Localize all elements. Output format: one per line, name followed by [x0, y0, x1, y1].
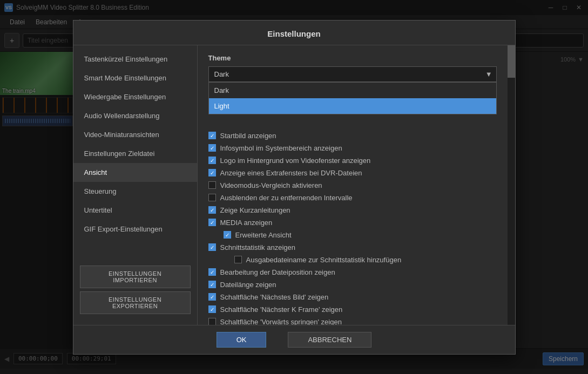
checkbox-row: Videomodus-Vergleich aktivieren [208, 179, 497, 192]
ok-button[interactable]: OK [217, 332, 267, 348]
checkbox-8[interactable] [224, 231, 231, 239]
checkbox-9[interactable] [208, 243, 216, 251]
checkbox-label-14: Schaltfläche 'Nächster K Frame' zeigen [220, 305, 343, 314]
checkbox-5[interactable] [208, 194, 216, 201]
checkbox-4[interactable] [208, 181, 216, 189]
checkbox-row: Infosymbol im Systembereich anzeigen [208, 142, 497, 154]
checkbox-15[interactable] [208, 318, 216, 325]
checkbox-label-8: Erweiterte Ansicht [235, 231, 292, 239]
theme-options-list: Dark Light [208, 82, 497, 114]
checkbox-label-13: Schaltfläche 'Nächstes Bild' zeigen [220, 293, 329, 301]
dialog-content: Theme Dark ▼ Dark Light Startbild anzeig… [198, 45, 508, 325]
sidebar-item-ansicht[interactable]: Ansicht [73, 163, 197, 182]
checkbox-label-4: Videomodus-Vergleich aktivieren [220, 181, 322, 189]
checkbox-label-5: Ausblenden der zu entfernenden Intervall… [220, 194, 353, 202]
dialog-title: Einstellungen [73, 21, 515, 45]
checkbox-row: Schnittstatistik anzeigen [208, 241, 497, 254]
sidebar-item-tastenkurzel[interactable]: Tastenkürzel Einstellungen [73, 50, 197, 69]
sidebar-item-untertitel[interactable]: Untertitel [73, 201, 197, 220]
checkboxes-container: Startbild anzeigenInfosymbol im Systembe… [208, 130, 497, 325]
checkbox-label-9: Schnittstatistik anzeigen [220, 243, 295, 251]
theme-current-value: Dark [214, 70, 229, 78]
checkbox-label-6: Zeige Kurzanleitungen [220, 206, 290, 214]
checkbox-label-11: Bearbeitung der Dateiposition zeigen [220, 268, 335, 276]
cancel-button[interactable]: ABBRECHEN [288, 332, 371, 348]
checkbox-label-12: Dateilänge zeigen [220, 281, 276, 289]
checkbox-row: Schaltfläche 'Vorwärts springen' zeigen [208, 316, 497, 325]
sidebar-item-audio[interactable]: Audio Wellendarstellung [73, 106, 197, 125]
checkbox-label-1: Infosymbol im Systembereich anzeigen [220, 144, 342, 152]
checkbox-0[interactable] [208, 132, 216, 139]
sidebar-item-steuerung[interactable]: Steuerung [73, 182, 197, 201]
checkbox-12[interactable] [208, 281, 216, 288]
checkbox-row: Anzeige eines Extrafensters bei DVR-Date… [208, 167, 497, 179]
sidebar-item-gif-export[interactable]: GIF Export-Einstellungen [73, 220, 197, 239]
checkbox-7[interactable] [208, 219, 216, 226]
theme-option-dark[interactable]: Dark [209, 83, 496, 98]
dialog-body: Tastenkürzel Einstellungen Smart Mode Ei… [73, 45, 515, 325]
theme-label: Theme [208, 54, 497, 62]
checkbox-row: Ausgabedateiname zur Schnittstatistik hi… [208, 254, 497, 266]
sidebar-item-video-miniatur[interactable]: Video-Miniaturansichten [73, 125, 197, 144]
checkbox-row: Zeige Kurzanleitungen [208, 204, 497, 216]
checkbox-row: MEDIA anzeigen [208, 216, 497, 229]
checkbox-row: Ausblenden der zu entfernenden Intervall… [208, 192, 497, 204]
checkbox-1[interactable] [208, 144, 216, 152]
sidebar-item-wiedergabe[interactable]: Wiedergabe Einstellungen [73, 87, 197, 106]
scrollbar-thumb[interactable] [508, 45, 515, 78]
theme-dropdown-wrapper: Dark ▼ Dark Light [208, 66, 497, 82]
checkbox-14[interactable] [208, 305, 216, 313]
checkbox-2[interactable] [208, 157, 216, 164]
export-settings-button[interactable]: EINSTELLUNGEN EXPORTIEREN [80, 291, 191, 314]
checkbox-row: Startbild anzeigen [208, 130, 497, 142]
checkbox-row: Schaltfläche 'Nächstes Bild' zeigen [208, 291, 497, 303]
checkbox-row: Dateilänge zeigen [208, 278, 497, 291]
theme-dropdown[interactable]: Dark [208, 66, 497, 82]
checkbox-13[interactable] [208, 293, 216, 301]
checkbox-10[interactable] [234, 256, 242, 263]
checkbox-label-10: Ausgabedateiname zur Schnittstatistik hi… [246, 256, 402, 264]
checkbox-label-2: Logo im Hintergrund vom Videofenster anz… [220, 157, 371, 165]
checkbox-row: Erweiterte Ansicht [208, 229, 497, 241]
sidebar-item-zieldatei[interactable]: Einstellungen Zieldatei [73, 144, 197, 163]
import-settings-button[interactable]: EINSTELLUNGEN IMPORTIEREN [80, 266, 191, 288]
checkbox-3[interactable] [208, 169, 216, 176]
checkbox-label-15: Schaltfläche 'Vorwärts springen' zeigen [220, 318, 342, 325]
dialog-overlay: Einstellungen Tastenkürzel Einstellungen… [0, 0, 588, 374]
scrollbar[interactable] [508, 45, 515, 325]
checkbox-label-3: Anzeige eines Extrafensters bei DVR-Date… [220, 169, 362, 177]
checkbox-row: Schaltfläche 'Nächster K Frame' zeigen [208, 303, 497, 316]
checkbox-11[interactable] [208, 268, 216, 276]
theme-option-light[interactable]: Light [209, 98, 496, 114]
dialog-footer: OK ABBRECHEN [73, 325, 515, 354]
settings-dialog: Einstellungen Tastenkürzel Einstellungen… [73, 20, 516, 355]
sidebar-item-smart-mode[interactable]: Smart Mode Einstellungen [73, 69, 197, 87]
checkbox-row: Logo im Hintergrund vom Videofenster anz… [208, 154, 497, 167]
checkbox-label-0: Startbild anzeigen [220, 132, 276, 140]
dialog-sidebar: Tastenkürzel Einstellungen Smart Mode Ei… [73, 45, 198, 325]
checkbox-label-7: MEDIA anzeigen [220, 219, 273, 227]
checkbox-6[interactable] [208, 206, 216, 214]
checkbox-row: Bearbeitung der Dateiposition zeigen [208, 266, 497, 278]
sidebar-buttons: EINSTELLUNGEN IMPORTIEREN EINSTELLUNGEN … [73, 259, 197, 321]
